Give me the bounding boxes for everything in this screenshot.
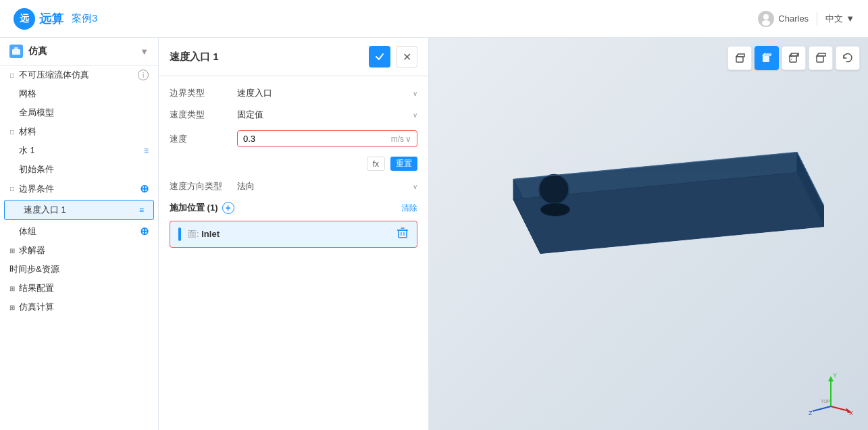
sidebar-label: 仿真计算 <box>19 301 149 313</box>
add-apply-button[interactable]: + <box>222 202 234 214</box>
sidebar-label: 水 1 <box>19 144 144 157</box>
project-name[interactable]: 案例3 <box>72 12 97 25</box>
svg-point-29 <box>540 203 570 216</box>
sidebar-title: 仿真 <box>9 45 47 58</box>
view-solid-button[interactable] <box>755 46 779 70</box>
divider <box>817 12 817 26</box>
svg-rect-3 <box>12 49 20 55</box>
sidebar-item-global-model[interactable]: 全局模型 <box>0 103 158 122</box>
header-left: 远 远算 案例3 <box>14 8 97 30</box>
delete-button[interactable] <box>397 227 409 242</box>
svg-rect-13 <box>763 56 769 62</box>
chevron-down-icon: ▼ <box>846 14 854 24</box>
boundary-type-value[interactable]: 速度入口 ∨ <box>237 87 417 99</box>
view-reset-button[interactable] <box>836 46 860 70</box>
chevron-down-icon: ∨ <box>413 111 417 119</box>
language-selector[interactable]: 中文 ▼ <box>825 13 854 25</box>
sidebar-collapse-icon[interactable]: ▼ <box>140 47 149 57</box>
sidebar-label: 体组 <box>19 225 140 238</box>
info-icon[interactable]: i <box>138 70 149 80</box>
close-icon: ✕ <box>403 51 411 63</box>
fx-button[interactable]: fx <box>367 157 385 171</box>
sidebar-item-incompressible[interactable]: □ 不可压缩流体仿真 i <box>0 65 158 84</box>
add-icon[interactable]: ⊕ <box>140 182 149 195</box>
sidebar-label: 时间步&资源 <box>9 263 149 275</box>
menu-icon[interactable]: ≡ <box>144 146 149 155</box>
velocity-direction-label: 速度方向类型 <box>170 180 237 192</box>
sidebar-item-mesh[interactable]: 网格 <box>0 84 158 103</box>
view-perspective-button[interactable] <box>727 46 752 70</box>
confirm-button[interactable] <box>369 46 390 68</box>
svg-marker-23 <box>817 53 825 56</box>
logo-icon: 远 <box>14 8 35 30</box>
header: 远 远算 案例3 Charles 中文 ▼ <box>0 0 868 38</box>
velocity-type-value[interactable]: 固定值 ∨ <box>237 109 417 121</box>
header-right: Charles 中文 ▼ <box>758 11 854 27</box>
sidebar: 仿真 ▼ □ 不可压缩流体仿真 i 网格 全局模型 □ 材料 水 1 ≡ 初始条… <box>0 38 159 430</box>
toggle-icon: □ <box>7 184 18 194</box>
sidebar-label: 材料 <box>19 126 149 138</box>
property-panel: 速度入口 1 ✕ 边界类型 速度入口 ∨ 速度类型 <box>159 38 429 430</box>
sidebar-label: 求解器 <box>19 244 149 257</box>
sidebar-title-label: 仿真 <box>28 45 47 57</box>
sidebar-label: 网格 <box>19 88 149 100</box>
svg-text:TOP: TOP <box>821 399 831 404</box>
velocity-direction-row: 速度方向类型 法向 ∨ <box>170 180 417 192</box>
clear-button[interactable]: 清除 <box>401 203 417 214</box>
sidebar-label: 全局模型 <box>19 107 149 119</box>
sidebar-item-boundary-cond[interactable]: □ 边界条件 ⊕ <box>0 179 158 198</box>
sidebar-item-solver[interactable]: ⊞ 求解器 <box>0 241 158 260</box>
main-layout: 仿真 ▼ □ 不可压缩流体仿真 i 网格 全局模型 □ 材料 水 1 ≡ 初始条… <box>0 38 868 430</box>
add-icon[interactable]: ⊕ <box>140 225 149 238</box>
reset-button[interactable]: 重置 <box>390 157 417 171</box>
simulation-icon <box>9 45 23 58</box>
sidebar-item-water1[interactable]: 水 1 ≡ <box>0 141 158 160</box>
lang-label: 中文 <box>825 13 843 25</box>
close-button[interactable]: ✕ <box>396 46 417 68</box>
toggle-icon: □ <box>7 126 18 137</box>
velocity-direction-text: 法向 <box>237 180 255 192</box>
sidebar-label: 结果配置 <box>19 282 149 294</box>
viewport: Y X Z TOP <box>429 38 868 430</box>
sidebar-item-volume-group[interactable]: 体组 ⊕ <box>0 221 158 241</box>
sidebar-item-velocity-inlet1[interactable]: 速度入口 1 ≡ <box>4 200 154 220</box>
logo-text: 远算 <box>39 11 63 27</box>
view-outline-button[interactable] <box>809 46 833 70</box>
apply-section-header: 施加位置 (1) + 清除 <box>170 202 417 214</box>
chevron-down-icon: ∨ <box>413 183 417 190</box>
svg-text:X: X <box>849 410 853 416</box>
view-wireframe-button[interactable] <box>782 46 806 70</box>
unit-chevron-icon[interactable]: ∨ <box>405 134 411 144</box>
sidebar-label: 边界条件 <box>19 183 140 195</box>
svg-point-28 <box>539 174 569 204</box>
menu-icon[interactable]: ≡ <box>139 205 144 215</box>
sidebar-label: 速度入口 1 <box>24 204 139 216</box>
sidebar-label: 初始条件 <box>19 163 149 176</box>
sidebar-item-result-config[interactable]: ⊞ 结果配置 <box>0 279 158 298</box>
logo: 远 远算 <box>14 8 63 30</box>
toggle-icon: □ <box>7 70 18 80</box>
velocity-input[interactable] <box>243 134 391 144</box>
toggle-icon: ⊞ <box>7 245 18 256</box>
sidebar-item-timestep[interactable]: 时间步&资源 <box>0 260 158 279</box>
panel-header: 速度入口 1 ✕ <box>159 38 428 76</box>
svg-rect-22 <box>817 56 823 62</box>
boundary-type-text: 速度入口 <box>237 87 272 99</box>
toggle-icon: ⊞ <box>7 302 18 313</box>
panel-actions: ✕ <box>369 46 417 68</box>
sidebar-item-initial-cond[interactable]: 初始条件 <box>0 160 158 179</box>
panel-body: 边界类型 速度入口 ∨ 速度类型 固定值 ∨ 速度 <box>159 76 428 430</box>
velocity-type-text: 固定值 <box>237 109 263 121</box>
fx-reset-row: fx 重置 <box>170 157 417 171</box>
velocity-direction-value[interactable]: 法向 ∨ <box>237 180 417 192</box>
svg-point-1 <box>763 14 769 20</box>
svg-text:Y: Y <box>833 372 837 379</box>
panel-title: 速度入口 1 <box>170 51 219 63</box>
apply-title-text: 施加位置 (1) <box>170 202 218 214</box>
sidebar-item-sim-compute[interactable]: ⊞ 仿真计算 <box>0 298 158 317</box>
boundary-type-row: 边界类型 速度入口 ∨ <box>170 87 417 99</box>
avatar <box>758 11 774 27</box>
sidebar-item-material[interactable]: □ 材料 <box>0 122 158 141</box>
applied-location-item: 面: Inlet <box>170 221 417 248</box>
3d-model-svg <box>473 138 824 327</box>
